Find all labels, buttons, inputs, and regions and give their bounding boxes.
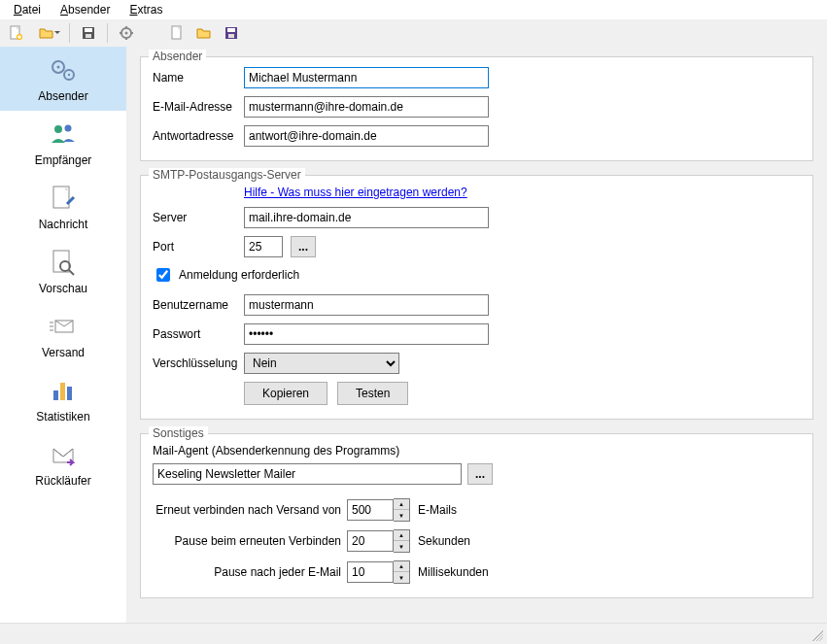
auth-required-checkbox[interactable] [156, 268, 170, 282]
port-input[interactable] [244, 236, 283, 257]
send-icon [48, 311, 79, 342]
name-label: Name [153, 71, 244, 85]
svg-point-22 [68, 74, 70, 76]
gears-icon [48, 54, 79, 85]
toolbar-separator [69, 23, 70, 43]
toolbar-separator [107, 23, 108, 43]
reconnect-pause-unit: Sekunden [418, 534, 470, 548]
smtp-help-link[interactable]: Hilfe - Was muss hier eingetragen werden… [244, 186, 467, 199]
password-input[interactable] [244, 323, 489, 345]
username-label: Benutzername [153, 298, 244, 312]
reconnect-after-label: Erneut verbinden nach Versand von [153, 503, 347, 517]
auth-required-label: Anmeldung erforderlich [179, 268, 299, 282]
encryption-select[interactable]: Nein [244, 353, 399, 374]
sonstiges-group: Sonstiges Mail-Agent (Absenderkennung de… [140, 433, 813, 598]
content-area: Absender Name E-Mail-Adresse Antwortadre… [126, 47, 827, 623]
open-folder-icon[interactable] [31, 21, 62, 45]
password-label: Passwort [153, 327, 244, 341]
sidebar-item-absender[interactable]: Absender [0, 47, 126, 111]
svg-point-24 [65, 125, 72, 132]
svg-rect-18 [228, 34, 234, 38]
group-legend: Sonstiges [149, 426, 208, 440]
name-input[interactable] [244, 67, 489, 88]
save-blue-icon[interactable] [220, 21, 243, 45]
port-options-button[interactable]: ... [291, 236, 316, 257]
bounce-icon [48, 439, 79, 470]
mailagent-options-button[interactable]: ... [467, 463, 493, 485]
mail-pause-input[interactable] [347, 561, 394, 583]
mailagent-input[interactable] [153, 463, 462, 485]
port-label: Port [153, 240, 244, 254]
sidebar-item-versand[interactable]: Versand [0, 303, 126, 367]
save-icon[interactable] [77, 21, 100, 45]
people-icon [48, 119, 79, 150]
encryption-label: Verschlüsselung [153, 356, 244, 370]
sidebar-item-label: Nachricht [39, 218, 88, 231]
preview-icon [48, 247, 79, 278]
reconnect-after-unit: E-Mails [418, 503, 457, 517]
svg-point-9 [125, 32, 128, 35]
svg-rect-36 [60, 383, 65, 400]
server-label: Server [153, 211, 244, 224]
svg-rect-17 [227, 28, 235, 32]
sidebar-item-statistiken[interactable]: Statistiken [0, 367, 126, 431]
sidebar-item-label: Empfänger [35, 153, 92, 167]
server-input[interactable] [244, 207, 489, 228]
menu-datei[interactable]: Datei [4, 1, 51, 18]
sidebar-item-label: Vorschau [39, 282, 87, 295]
chart-icon [48, 375, 79, 406]
sidebar-item-ruecklaeufer[interactable]: Rückläufer [0, 431, 126, 495]
svg-rect-37 [67, 387, 72, 400]
group-legend: Absender [149, 50, 206, 63]
group-legend: SMTP-Postausgangs-Server [149, 168, 305, 182]
test-button[interactable]: Testen [337, 382, 408, 405]
open-folder-icon-2[interactable] [192, 21, 216, 45]
svg-point-23 [54, 125, 62, 133]
sidebar: Absender Empfänger Nachricht Vorschau Ve… [0, 47, 126, 623]
reconnect-after-input[interactable] [347, 499, 394, 521]
sidebar-item-nachricht[interactable]: Nachricht [0, 175, 126, 239]
spinner-buttons[interactable]: ▲▼ [394, 529, 410, 553]
sidebar-item-label: Versand [42, 346, 85, 359]
menu-extras[interactable]: Extras [120, 1, 172, 18]
reconnect-pause-label: Pause beim erneuten Verbinden [153, 534, 347, 548]
sidebar-item-empfaenger[interactable]: Empfänger [0, 111, 126, 175]
spinner-buttons[interactable]: ▲▼ [394, 560, 410, 584]
sidebar-item-label: Absender [38, 89, 87, 103]
email-input[interactable] [244, 96, 489, 118]
sidebar-item-vorschau[interactable]: Vorschau [0, 239, 126, 303]
reconnect-pause-input[interactable] [347, 530, 394, 552]
email-label: E-Mail-Adresse [153, 100, 244, 114]
mailagent-label: Mail-Agent (Absenderkennung des Programm… [153, 444, 801, 458]
mail-pause-label: Pause nach jeder E-Mail [153, 565, 347, 579]
new-file-icon[interactable] [4, 21, 27, 45]
svg-rect-7 [86, 34, 91, 38]
status-bar [0, 623, 827, 644]
svg-point-20 [57, 66, 60, 69]
toolbar [0, 19, 827, 47]
svg-line-30 [69, 270, 74, 275]
menu-bar: Datei Absender Extras [0, 0, 827, 19]
reply-input[interactable] [244, 125, 489, 147]
svg-rect-35 [53, 390, 58, 400]
smtp-group: SMTP-Postausgangs-Server Hilfe - Was mus… [140, 175, 813, 420]
reply-label: Antwortadresse [153, 129, 244, 143]
document-edit-icon [48, 183, 79, 214]
copy-button[interactable]: Kopieren [244, 382, 327, 405]
sidebar-item-label: Rückläufer [35, 474, 90, 488]
svg-rect-6 [85, 28, 92, 32]
gear-icon[interactable] [115, 21, 138, 45]
sidebar-item-label: Statistiken [36, 410, 89, 424]
username-input[interactable] [244, 294, 489, 316]
new-file-icon-2[interactable] [165, 21, 189, 45]
absender-group: Absender Name E-Mail-Adresse Antwortadre… [140, 56, 813, 161]
spinner-buttons[interactable]: ▲▼ [394, 498, 410, 522]
resize-gripper-icon[interactable] [810, 627, 823, 641]
menu-absender[interactable]: Absender [51, 1, 120, 18]
mail-pause-unit: Millisekunden [418, 565, 489, 579]
